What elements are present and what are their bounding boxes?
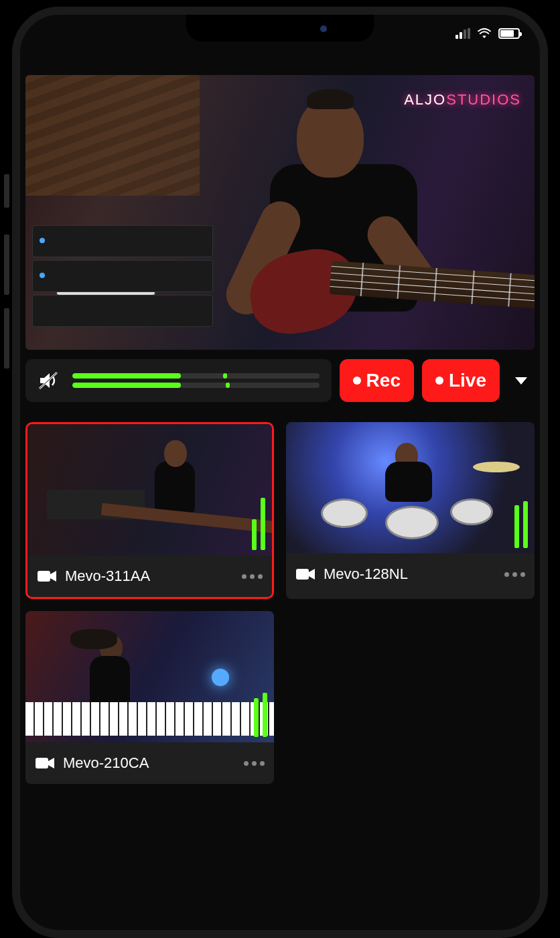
audio-level-meter: [72, 373, 320, 388]
camera-card-footer: Mevo-128NL: [286, 553, 535, 595]
live-button[interactable]: Live: [422, 359, 500, 402]
record-dot-icon: [353, 377, 361, 385]
camera-name: Mevo-311AA: [65, 567, 234, 585]
control-bar: Rec Live: [25, 359, 535, 402]
dropdown-toggle[interactable]: [508, 377, 535, 385]
wifi-icon: [477, 28, 492, 39]
camera-name: Mevo-128NL: [324, 565, 496, 583]
record-label: Rec: [366, 370, 401, 391]
more-options-button[interactable]: [504, 572, 525, 577]
more-options-button[interactable]: [242, 574, 263, 579]
camera-thumbnail[interactable]: [27, 424, 272, 555]
phone-notch: [186, 15, 374, 42]
status-bar: [456, 28, 520, 39]
app-screen: ALJOSTUDIOS: [20, 15, 540, 930]
camera-thumbnail[interactable]: [25, 611, 274, 742]
chevron-down-icon: [515, 377, 527, 385]
camera-card-footer: Mevo-210CA: [25, 742, 274, 784]
svg-rect-4: [36, 758, 48, 768]
record-button[interactable]: Rec: [340, 359, 414, 402]
camera-card[interactable]: Mevo-210CA: [25, 611, 274, 784]
main-camera-preview[interactable]: ALJOSTUDIOS: [25, 75, 535, 350]
camera-icon: [35, 756, 55, 770]
phone-side-button: [4, 308, 9, 368]
phone-side-button: [4, 174, 9, 208]
battery-icon: [498, 28, 520, 39]
camera-icon: [295, 567, 316, 582]
studio-sign: ALJOSTUDIOS: [404, 91, 521, 109]
camera-card-footer: Mevo-311AA: [27, 555, 272, 597]
svg-rect-2: [38, 571, 50, 582]
live-label: Live: [449, 370, 486, 391]
audio-panel: [25, 359, 332, 402]
camera-level-indicator: [514, 501, 528, 548]
camera-card[interactable]: Mevo-128NL: [286, 422, 535, 599]
camera-thumbnail[interactable]: [286, 422, 535, 553]
camera-icon: [37, 569, 57, 584]
phone-frame: ALJOSTUDIOS: [12, 7, 548, 938]
camera-card[interactable]: Mevo-311AA: [25, 422, 274, 599]
camera-grid: Mevo-311AA Mevo-128NL: [25, 422, 535, 784]
svg-rect-3: [296, 569, 309, 580]
cellular-signal-icon: [456, 28, 470, 39]
camera-level-indicator: [254, 693, 267, 737]
live-dot-icon: [435, 377, 443, 385]
mute-icon[interactable]: [38, 370, 59, 391]
phone-side-button: [4, 234, 9, 295]
camera-level-indicator: [252, 498, 265, 550]
more-options-button[interactable]: [244, 761, 265, 766]
camera-name: Mevo-210CA: [63, 754, 236, 772]
